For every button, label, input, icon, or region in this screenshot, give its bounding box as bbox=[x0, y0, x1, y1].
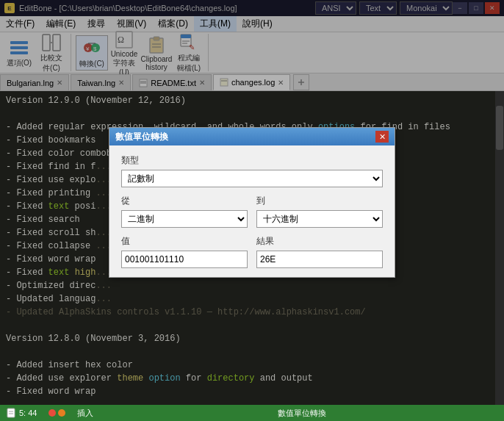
to-label: 到 bbox=[256, 195, 383, 207]
orange-dot bbox=[58, 409, 65, 417]
from-label: 從 bbox=[121, 195, 248, 207]
cursor-position: 5: 44 bbox=[19, 409, 37, 417]
value-col: 值 bbox=[121, 235, 248, 268]
red-dot bbox=[48, 409, 56, 417]
result-col: 結果 bbox=[256, 235, 383, 268]
unit-convert-dialog: 數值單位轉換 ✕ 類型 記數制 從 二進制 到 bbox=[109, 127, 395, 278]
from-to-row: 從 二進制 到 十六進制 bbox=[121, 195, 383, 228]
from-select[interactable]: 二進制 bbox=[121, 210, 248, 228]
svg-rect-28 bbox=[7, 409, 15, 417]
dialog-title: 數值單位轉換 bbox=[115, 131, 375, 143]
from-col: 從 二進制 bbox=[121, 195, 248, 228]
statusbar: 5: 44 插入 數值單位轉換 bbox=[0, 405, 504, 421]
statusbar-position: 5: 44 bbox=[6, 408, 37, 418]
value-label: 值 bbox=[121, 235, 248, 248]
type-select[interactable]: 記數制 bbox=[121, 170, 383, 187]
type-row: 類型 記數制 bbox=[121, 154, 383, 187]
insert-mode-label: 插入 bbox=[77, 408, 93, 419]
dialog-overlay: 數值單位轉換 ✕ 類型 記數制 從 二進制 到 bbox=[0, 0, 504, 405]
statusbar-insert-mode: 插入 bbox=[77, 408, 93, 419]
dialog-close-button[interactable]: ✕ bbox=[375, 131, 389, 143]
type-label: 類型 bbox=[121, 154, 383, 167]
file-icon bbox=[6, 408, 16, 418]
result-input[interactable] bbox=[256, 251, 383, 268]
statusbar-dots bbox=[48, 409, 65, 417]
value-result-row: 值 結果 bbox=[121, 235, 383, 268]
value-input[interactable] bbox=[121, 251, 248, 268]
to-select[interactable]: 十六進制 bbox=[256, 210, 383, 228]
dialog-body: 類型 記數制 從 二進制 到 十六進制 bbox=[109, 145, 395, 277]
to-col: 到 十六進制 bbox=[256, 195, 383, 228]
result-label: 結果 bbox=[256, 235, 383, 248]
statusbar-center-text: 數值單位轉換 bbox=[105, 408, 498, 419]
dialog-titlebar: 數值單位轉換 ✕ bbox=[109, 128, 395, 145]
